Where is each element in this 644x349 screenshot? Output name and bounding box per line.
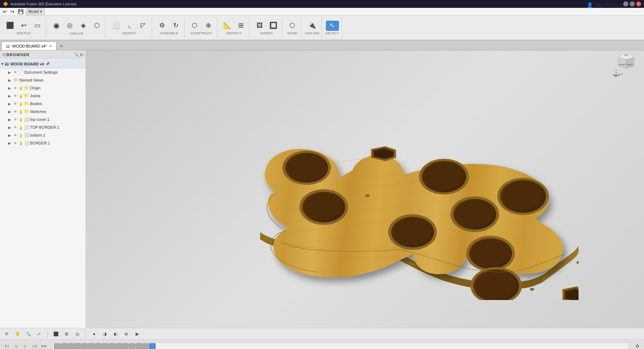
timeline-next-btn[interactable]: ▷| xyxy=(31,342,39,349)
timeline-item[interactable] xyxy=(136,343,142,349)
timeline-end-btn[interactable]: ⊳⊳ xyxy=(40,342,48,349)
bulb-icon[interactable]: 💡 xyxy=(19,94,23,98)
tree-item-bodies[interactable]: ▶ 👁 💡 📁 Bodies xyxy=(0,100,86,108)
eye-icon[interactable]: 👁 xyxy=(14,133,17,137)
section-analysis-btn[interactable]: ◐ xyxy=(112,330,119,338)
timeline-item-active[interactable] xyxy=(149,343,156,349)
save-icon[interactable]: 💾 xyxy=(16,8,25,15)
timeline-item[interactable] xyxy=(88,343,94,349)
viewport[interactable]: TOP FRONT RIGHT X Y Z xyxy=(86,50,644,328)
browser-expand-icon[interactable]: ▷ xyxy=(80,52,83,57)
appearance-btn[interactable]: ● xyxy=(90,330,98,338)
timeline-item[interactable] xyxy=(108,343,115,349)
eye-icon[interactable]: 👁 xyxy=(14,94,17,98)
grid-btn[interactable]: ⊞ xyxy=(63,330,70,338)
sketch-rect-button[interactable]: ▭ xyxy=(31,21,44,31)
bulb-icon[interactable]: 💡 xyxy=(19,110,23,114)
timeline-item[interactable] xyxy=(68,343,74,349)
settings-icon[interactable]: ⚙ xyxy=(633,342,641,349)
measure-button[interactable]: 📐 xyxy=(221,21,234,31)
timeline-item[interactable] xyxy=(102,343,108,349)
tree-item-border[interactable]: ▶ 👁 💡 ⬜ BORDER:1 xyxy=(0,139,86,147)
timeline-item[interactable] xyxy=(142,343,149,349)
bulb-icon[interactable]: 💡 xyxy=(19,102,23,106)
timeline-start-btn[interactable]: |◁ xyxy=(3,342,11,349)
maximize-button[interactable]: □ xyxy=(630,1,635,6)
tree-item-top-border[interactable]: ▶ 👁 💡 ⬜ TOP BORDER:1 xyxy=(0,123,86,131)
timeline-item[interactable] xyxy=(122,343,128,349)
tree-item-sketches[interactable]: ▶ 👁 💡 📁 Sketches xyxy=(0,108,86,115)
bulb-icon[interactable]: 💡 xyxy=(19,141,23,145)
tree-item-origin[interactable]: ▶ 👁 💡 📁 Origin xyxy=(0,84,86,92)
snap-btn[interactable]: ◎ xyxy=(73,330,81,338)
sidebar-collapse-icon[interactable]: ◁ xyxy=(2,52,5,57)
insert-image-button[interactable]: 🖼 xyxy=(253,21,266,31)
bulb-icon[interactable]: 💡 xyxy=(19,118,23,122)
construct-plane-button[interactable]: ⬡ xyxy=(188,21,201,31)
fillet-button[interactable]: ◟ xyxy=(123,21,136,31)
select-button[interactable]: ↖ xyxy=(326,21,339,31)
pan-icon[interactable]: ✋ xyxy=(14,330,21,338)
insert-decal-button[interactable]: 🔲 xyxy=(267,21,280,31)
timeline-item[interactable] xyxy=(115,343,122,349)
timeline-item[interactable] xyxy=(74,343,81,349)
orbit-icon[interactable]: ⟳ xyxy=(3,330,11,338)
loft-button[interactable]: ⬡ xyxy=(91,21,103,31)
undo-icon[interactable]: ↩ xyxy=(1,8,8,15)
zoom-icon[interactable]: 🔍 xyxy=(24,330,32,338)
animation-btn[interactable]: ▶ xyxy=(133,330,141,338)
eye-icon[interactable]: 👁 xyxy=(14,110,17,114)
eye-icon[interactable]: 👁 xyxy=(14,70,17,74)
profile-icon[interactable]: 👤 xyxy=(587,2,593,8)
timeline-item[interactable] xyxy=(129,343,135,349)
bulb-icon[interactable]: 💡 xyxy=(19,133,23,137)
section-button[interactable]: ⊞ xyxy=(234,21,247,31)
mode-selector[interactable]: Model ▾ xyxy=(26,8,45,15)
tree-root[interactable]: ▾ 🗂 WOOD BOARD v4 📌 xyxy=(0,60,86,68)
display-mode-btn[interactable]: ⬛ xyxy=(52,330,60,338)
tab-add-button[interactable]: + xyxy=(57,41,66,50)
bulb-icon[interactable]: 💡 xyxy=(19,86,23,90)
tree-item-top-cover[interactable]: ▶ 👁 💡 ⬜ top cover:1 xyxy=(0,115,86,123)
timeline-item[interactable] xyxy=(54,343,60,349)
fit-icon[interactable]: ⤢ xyxy=(35,330,43,338)
eye-icon[interactable]: 👁 xyxy=(14,118,17,122)
tab-close-button[interactable]: ✕ xyxy=(49,44,52,48)
tree-item-bottom[interactable]: ▶ 👁 💡 ⬜ bottom:1 xyxy=(0,131,86,139)
eye-icon[interactable]: 👁 xyxy=(14,86,17,90)
eye-icon[interactable]: 👁 xyxy=(14,102,17,106)
browser-search-icon[interactable]: 🔍 xyxy=(74,52,79,57)
redo-icon[interactable]: ↪ xyxy=(9,8,16,15)
eye-icon[interactable]: 👁 xyxy=(14,141,17,145)
tree-item-doc-settings[interactable]: ▶ 👁 📄 Document Settings xyxy=(0,68,86,76)
make-3d-button[interactable]: ⬡ xyxy=(286,21,299,31)
revolve-button[interactable]: ◎ xyxy=(63,21,76,31)
timeline-item[interactable] xyxy=(95,343,101,349)
finish-sketch-button[interactable]: ↩ xyxy=(17,21,30,31)
sweep-button[interactable]: ◈ xyxy=(77,21,90,31)
timeline-item[interactable] xyxy=(81,343,88,349)
bulb-icon[interactable]: 💡 xyxy=(19,126,23,129)
chamfer-button[interactable]: ◸ xyxy=(137,21,150,31)
joint-origin-btn[interactable]: ⊕ xyxy=(122,330,130,338)
timeline-track[interactable] xyxy=(52,343,629,349)
tab-woodboard[interactable]: 🗂 WOOD BOARD v4* ✕ xyxy=(1,41,57,50)
motion-button[interactable]: ↻ xyxy=(169,21,182,31)
timeline-prev-btn[interactable]: ◁ xyxy=(12,342,20,349)
fillet-icon: ◟ xyxy=(128,22,131,29)
environment-btn[interactable]: ◑ xyxy=(101,330,109,338)
eye-icon[interactable]: 👁 xyxy=(14,126,17,129)
tree-item-named-views[interactable]: ▶ 📁 Named Views xyxy=(0,76,86,84)
press-pull-button[interactable]: ⬜ xyxy=(109,21,122,31)
joint-button[interactable]: ⚙ xyxy=(156,21,169,31)
nav-cube[interactable]: TOP FRONT RIGHT X Y Z xyxy=(612,54,640,83)
timeline-play-btn[interactable]: ▷ xyxy=(21,342,29,349)
extrude-button[interactable]: ◉ xyxy=(50,20,63,31)
construct-axis-button[interactable]: ⊕ xyxy=(202,21,215,31)
addins-button[interactable]: 🔌 xyxy=(306,21,318,31)
close-button[interactable]: ✕ xyxy=(636,1,641,6)
create-sketch-button[interactable]: ⬛ xyxy=(4,21,16,31)
timeline-item[interactable] xyxy=(61,343,67,349)
tree-item-joints[interactable]: ▶ 👁 💡 📁 Joints xyxy=(0,92,86,100)
minimize-button[interactable]: − xyxy=(623,1,628,6)
